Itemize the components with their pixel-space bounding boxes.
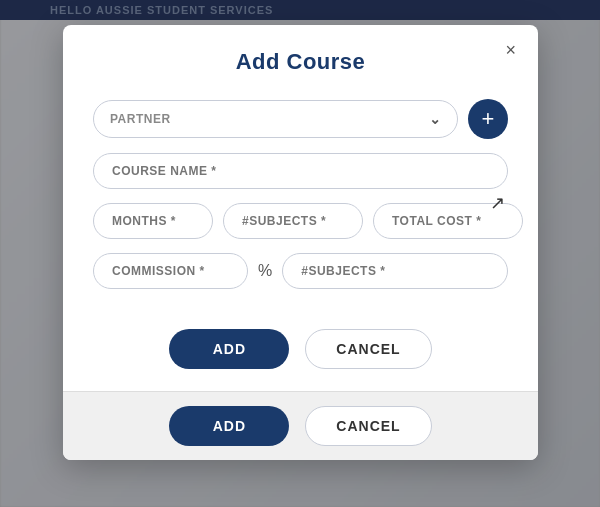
subjects1-input[interactable]	[223, 203, 363, 239]
partner-select[interactable]: PARTNER ⌄	[93, 100, 458, 138]
commission-input[interactable]	[93, 253, 248, 289]
plus-icon: +	[482, 106, 495, 132]
cancel-button-sticky[interactable]: CANCEL	[305, 406, 431, 446]
modal-title: Add Course	[236, 49, 366, 74]
total-cost-input[interactable]	[373, 203, 523, 239]
close-button[interactable]: ×	[499, 39, 522, 61]
course-name-input[interactable]	[93, 153, 508, 189]
add-button[interactable]: ADD	[169, 329, 289, 369]
add-button-sticky[interactable]: ADD	[169, 406, 289, 446]
modal-footer-sticky: ADD CANCEL	[63, 391, 538, 460]
chevron-down-icon: ⌄	[429, 111, 442, 127]
add-course-modal: Add Course × PARTNER ⌄ + %	[63, 25, 538, 460]
partner-row: PARTNER ⌄ +	[93, 99, 508, 139]
add-circle-button[interactable]: +	[468, 99, 508, 139]
months-input[interactable]	[93, 203, 213, 239]
partner-placeholder: PARTNER	[110, 112, 171, 126]
commission-row: %	[93, 253, 508, 289]
percent-label: %	[258, 262, 272, 280]
metrics-row	[93, 203, 508, 239]
subjects2-input[interactable]	[282, 253, 508, 289]
modal-header: Add Course ×	[63, 25, 538, 91]
cancel-button[interactable]: CANCEL	[305, 329, 431, 369]
modal-body: PARTNER ⌄ + %	[63, 91, 538, 323]
course-name-row	[93, 153, 508, 189]
modal-footer: ADD CANCEL	[63, 323, 538, 391]
